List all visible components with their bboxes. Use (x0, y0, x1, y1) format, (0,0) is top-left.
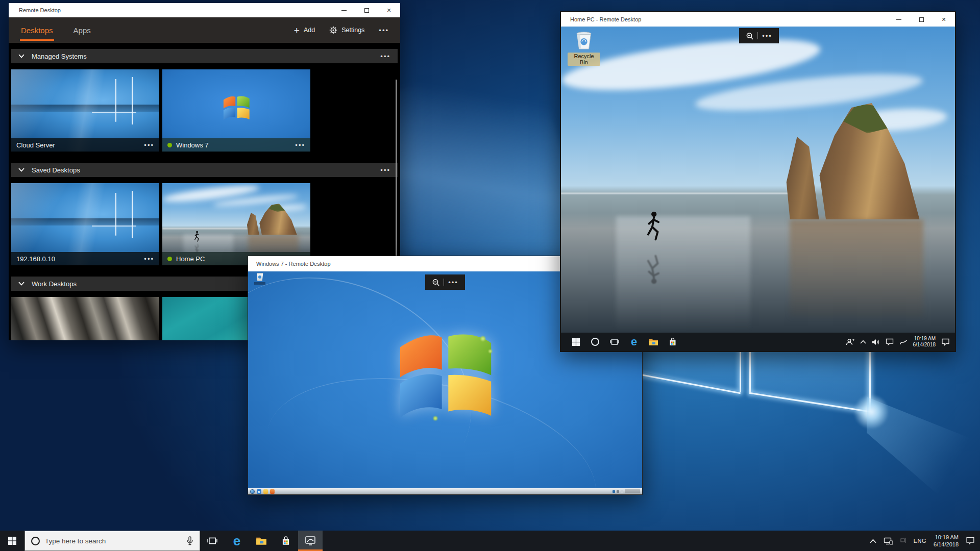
tab-desktops[interactable]: Desktops (20, 19, 54, 41)
maximize-button[interactable] (355, 3, 378, 17)
app-titlebar[interactable]: Remote Desktop × (9, 3, 400, 17)
file-explorer-button[interactable] (249, 531, 274, 551)
app-command-bar: Desktops Apps + Add Settings ••• (9, 17, 400, 43)
homepc-system-tray[interactable]: 10:19 AM 6/14/2018 (845, 336, 955, 348)
app-more-icon[interactable]: ••• (379, 27, 389, 34)
homepc-titlebar[interactable]: Home PC - Remote Desktop × (561, 12, 955, 27)
section-header-managed-systems[interactable]: Managed Systems ••• (11, 49, 398, 63)
desktop-tile-192-168-0-10[interactable]: 192.168.0.10 ••• (11, 183, 159, 265)
scrollbar[interactable] (396, 80, 397, 285)
win7-system-tray[interactable] (612, 489, 640, 493)
microphone-icon[interactable] (186, 536, 193, 545)
zoom-icon[interactable] (746, 32, 753, 40)
section-more-icon[interactable]: ••• (380, 167, 390, 173)
cortana-button[interactable] (585, 333, 605, 351)
store-button[interactable] (663, 333, 682, 351)
task-view-button[interactable] (200, 531, 225, 551)
taskbar-search[interactable] (24, 531, 200, 551)
desktop-thumbnail (11, 297, 159, 340)
start-button[interactable] (0, 531, 24, 551)
section-title: Managed Systems (32, 53, 87, 60)
minimize-button[interactable] (333, 3, 355, 17)
win7-explorer-icon[interactable] (263, 489, 268, 494)
homepc-clock[interactable]: 10:19 AM 6/14/2018 (913, 336, 936, 348)
gear-icon (329, 26, 337, 34)
taskbar-clock[interactable]: 10:19 AM 6/14/2018 (934, 534, 959, 548)
folder-icon (649, 338, 658, 346)
homepc-window-title: Home PC - Remote Desktop (570, 16, 641, 22)
online-status-dot (167, 143, 172, 147)
hidden-tray-icon[interactable] (900, 536, 906, 545)
edge-button[interactable]: e (624, 333, 644, 351)
ink-workspace-icon[interactable] (899, 339, 908, 345)
settings-button[interactable]: Settings (329, 26, 364, 34)
wallpaper-light-beam (867, 397, 980, 535)
chevron-up-icon[interactable] (860, 340, 866, 344)
chevron-up-icon[interactable] (870, 539, 876, 543)
folder-icon (256, 536, 267, 545)
chat-icon[interactable] (886, 338, 894, 345)
volume-icon[interactable] (872, 339, 880, 345)
beach-wallpaper (561, 27, 955, 333)
tile-row: Cloud Server ••• Windows 7 ••• (11, 69, 398, 152)
chevron-down-icon (18, 168, 24, 172)
tile-more-icon[interactable]: ••• (295, 142, 305, 148)
zoom-icon[interactable] (432, 279, 439, 286)
connection-more-icon[interactable]: ••• (448, 279, 458, 286)
close-button[interactable]: × (933, 12, 955, 27)
tile-more-icon[interactable]: ••• (144, 142, 154, 148)
remote-desktop-app-button[interactable] (298, 531, 323, 551)
remote-desktop-icon (305, 536, 316, 546)
display-icon[interactable] (884, 537, 893, 545)
desktop-tile-home-pc[interactable]: Home PC ••• (162, 183, 310, 265)
action-center-icon[interactable] (966, 537, 975, 545)
desktop-tile-windows-7[interactable]: Windows 7 ••• (162, 69, 310, 152)
windows-taskbar: e ENG 10:19 AM 6/14/2018 (0, 531, 980, 551)
recycle-bin-icon[interactable] (252, 273, 267, 285)
task-view-icon (207, 537, 217, 545)
recycle-bin-icon[interactable]: Recycle Bin (568, 29, 600, 66)
cortana-icon (31, 537, 40, 545)
search-input[interactable] (45, 537, 181, 545)
win7-ie-icon[interactable]: e (257, 489, 261, 494)
win7-window-title: Windows 7 - Remote Desktop (256, 261, 331, 267)
store-button[interactable] (274, 531, 298, 551)
win7-start-button[interactable] (250, 489, 255, 494)
homepc-remote-desktop: ••• Recycle Bin (561, 27, 955, 333)
start-button[interactable] (566, 333, 585, 351)
store-icon (668, 337, 677, 346)
win7-media-icon[interactable] (270, 489, 275, 494)
language-indicator[interactable]: ENG (914, 538, 926, 544)
file-explorer-button[interactable] (644, 333, 663, 351)
people-icon[interactable] (845, 338, 854, 345)
maximize-button[interactable] (910, 12, 933, 27)
section-title: Saved Desktops (32, 166, 80, 174)
edge-button[interactable]: e (225, 531, 249, 551)
section-more-icon[interactable]: ••• (380, 53, 390, 60)
task-view-icon (610, 338, 619, 345)
tile-more-icon[interactable]: ••• (144, 256, 154, 262)
homepc-taskbar[interactable]: e (561, 333, 955, 351)
store-icon (281, 536, 291, 546)
minimize-button[interactable] (888, 12, 910, 27)
cortana-icon (591, 337, 600, 346)
win7-taskbar[interactable]: e (248, 488, 642, 494)
online-status-dot (167, 257, 172, 261)
tile-name: 192.168.0.10 (16, 255, 55, 263)
section-title: Work Desktops (32, 280, 77, 288)
connection-more-icon[interactable]: ••• (762, 33, 772, 39)
tab-apps[interactable]: Apps (72, 19, 92, 41)
chevron-down-icon (18, 282, 24, 286)
desktop-tile-cloud-server[interactable]: Cloud Server ••• (11, 69, 159, 152)
edge-icon: e (233, 534, 240, 547)
task-view-button[interactable] (605, 333, 624, 351)
win7-clock (625, 489, 640, 493)
action-center-icon[interactable] (941, 338, 950, 346)
section-header-saved-desktops[interactable]: Saved Desktops ••• (11, 163, 398, 177)
desktop-tile-work-1[interactable] (11, 297, 159, 340)
tile-name: Windows 7 (176, 141, 209, 149)
chevron-down-icon (18, 54, 24, 58)
close-button[interactable]: × (378, 3, 400, 17)
system-tray: ENG 10:19 AM 6/14/2018 (870, 531, 980, 551)
add-button[interactable]: + Add (294, 26, 315, 35)
